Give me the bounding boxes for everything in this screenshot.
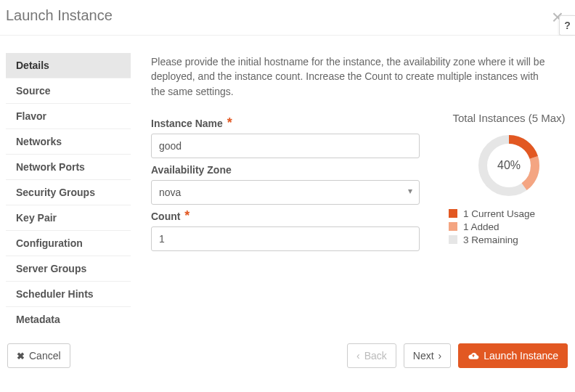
instance-name-input[interactable]: [151, 134, 420, 158]
legend-remaining: 3 Remaining: [463, 234, 518, 245]
next-button-label: Next: [413, 350, 434, 362]
chevron-left-icon: ‹: [356, 350, 360, 362]
help-icon[interactable]: ?: [559, 15, 575, 36]
sidebar-item-flavor[interactable]: Flavor: [6, 104, 131, 129]
availability-zone-select[interactable]: [151, 180, 420, 205]
cancel-button[interactable]: ✖ Cancel: [7, 343, 70, 368]
cancel-button-label: Cancel: [29, 350, 61, 362]
swatch-current-icon: [449, 209, 457, 218]
modal-title: Launch Instance: [6, 7, 113, 24]
total-instances-title: Total Instances (5 Max): [449, 112, 569, 124]
sidebar-item-metadata[interactable]: Metadata: [6, 307, 131, 332]
instance-name-label: Instance Name *: [151, 118, 420, 129]
sidebar-item-scheduler-hints[interactable]: Scheduler Hints: [6, 282, 131, 307]
sidebar-item-security-groups[interactable]: Security Groups: [6, 180, 131, 205]
sidebar-item-configuration[interactable]: Configuration: [6, 231, 131, 256]
availability-zone-label-text: Availability Zone: [151, 164, 232, 176]
legend-current: 1 Current Usage: [463, 208, 535, 219]
swatch-remaining-icon: [449, 235, 457, 244]
instance-name-label-text: Instance Name: [151, 118, 223, 129]
count-input[interactable]: [151, 226, 420, 251]
count-label: Count *: [151, 211, 420, 222]
required-asterisk-icon: *: [227, 115, 232, 130]
cloud-upload-icon: [468, 351, 479, 360]
required-asterisk-icon: *: [184, 208, 189, 223]
back-button: ‹ Back: [347, 343, 396, 368]
wizard-sidebar: Details Source Flavor Networks Network P…: [6, 36, 131, 332]
donut-percent-label: 40%: [476, 133, 542, 198]
chevron-right-icon: ›: [439, 350, 442, 362]
sidebar-item-server-groups[interactable]: Server Groups: [6, 256, 131, 282]
sidebar-item-details[interactable]: Details: [6, 53, 131, 78]
back-button-label: Back: [364, 350, 387, 362]
x-icon: ✖: [17, 351, 25, 362]
launch-button-label: Launch Instance: [484, 350, 558, 362]
usage-legend: 1 Current Usage 1 Added 3 Remaining: [449, 208, 569, 245]
sidebar-item-key-pair[interactable]: Key Pair: [6, 205, 131, 231]
legend-added: 1 Added: [463, 221, 499, 232]
launch-instance-button[interactable]: Launch Instance: [458, 343, 568, 368]
next-button[interactable]: Next ›: [404, 343, 451, 368]
description-text: Please provide the initial hostname for …: [151, 54, 569, 99]
usage-donut-chart: 40%: [476, 133, 542, 198]
count-label-text: Count: [151, 211, 180, 222]
sidebar-item-network-ports[interactable]: Network Ports: [6, 155, 131, 180]
sidebar-item-networks[interactable]: Networks: [6, 129, 131, 155]
sidebar-item-source[interactable]: Source: [6, 78, 131, 104]
availability-zone-label: Availability Zone: [151, 164, 420, 176]
swatch-added-icon: [449, 222, 457, 231]
